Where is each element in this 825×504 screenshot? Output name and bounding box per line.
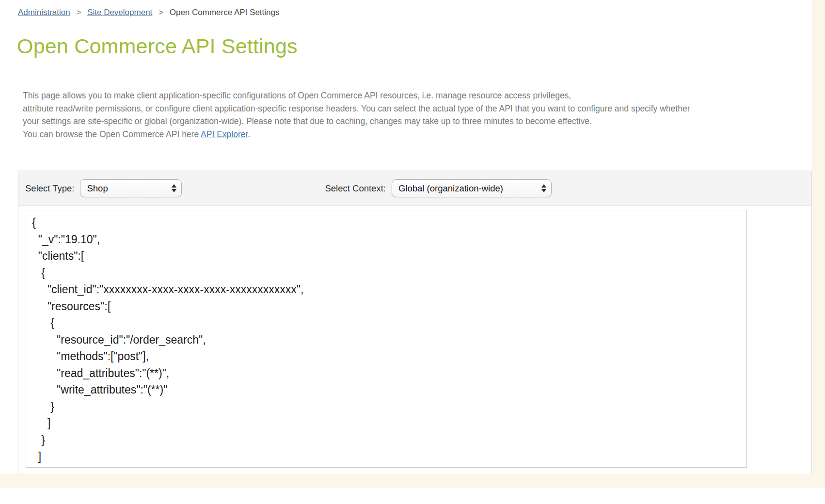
breadcrumb: Administration > Site Development > Open… bbox=[18, 8, 280, 17]
select-type-value: Shop bbox=[87, 183, 108, 194]
api-explorer-link[interactable]: API Explorer bbox=[201, 129, 248, 139]
select-context-dropdown[interactable]: Global (organization-wide) bbox=[392, 179, 552, 197]
select-context-label: Select Context: bbox=[325, 183, 385, 194]
page-description: This page allows you to make client appl… bbox=[23, 89, 690, 141]
select-type-dropdown[interactable]: Shop bbox=[80, 179, 182, 197]
settings-toolbar: Select Type: Shop Select Context: Global… bbox=[18, 171, 811, 206]
breadcrumb-link-site-development[interactable]: Site Development bbox=[87, 8, 152, 17]
select-context-value: Global (organization-wide) bbox=[398, 183, 503, 194]
cream-edge-right bbox=[812, 0, 825, 488]
breadcrumb-current-page: Open Commerce API Settings bbox=[170, 8, 280, 17]
description-browse-line: You can browse the Open Commerce API her… bbox=[23, 128, 690, 141]
browse-text: You can browse the Open Commerce API her… bbox=[23, 129, 201, 139]
breadcrumb-separator: > bbox=[159, 8, 163, 17]
browse-text-suffix: . bbox=[248, 129, 250, 139]
select-stepper-icon bbox=[541, 184, 546, 192]
select-stepper-icon bbox=[172, 184, 176, 192]
cream-edge-bottom bbox=[0, 473, 825, 488]
breadcrumb-link-administration[interactable]: Administration bbox=[18, 8, 70, 17]
description-line: attribute read/write permissions, or con… bbox=[23, 102, 690, 115]
description-line: your settings are site-specific or globa… bbox=[23, 115, 690, 128]
description-line: This page allows you to make client appl… bbox=[23, 89, 690, 102]
select-type-label: Select Type: bbox=[25, 183, 74, 194]
page-canvas: Administration > Site Development > Open… bbox=[0, 0, 825, 504]
json-editor[interactable] bbox=[26, 210, 747, 468]
breadcrumb-separator: > bbox=[76, 8, 81, 17]
ocapi-settings-panel: Select Type: Shop Select Context: Global… bbox=[18, 171, 812, 473]
editor-container bbox=[18, 206, 811, 468]
page-title: Open Commerce API Settings bbox=[17, 34, 298, 58]
